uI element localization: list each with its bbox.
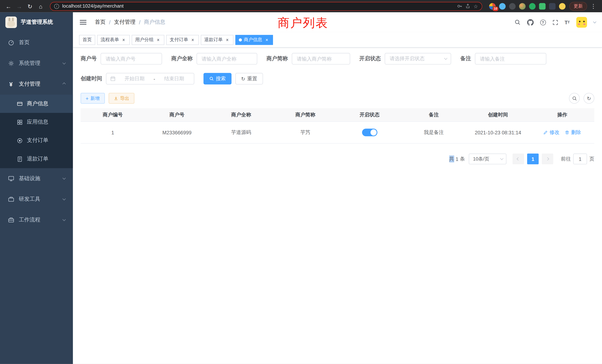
cell-actions: 修改 删除 bbox=[530, 122, 594, 143]
dashboard-icon bbox=[8, 40, 14, 46]
refresh-table-button[interactable]: ↻ bbox=[584, 93, 594, 104]
share-icon[interactable] bbox=[465, 3, 470, 9]
fullscreen-icon[interactable] bbox=[552, 20, 558, 25]
merchant-no-input[interactable] bbox=[101, 53, 162, 64]
back-icon[interactable]: ← bbox=[4, 1, 13, 11]
briefcase-icon bbox=[8, 217, 14, 223]
export-button[interactable]: 导出 bbox=[108, 93, 134, 104]
extension-icon-8[interactable] bbox=[559, 3, 566, 10]
short-name-input[interactable] bbox=[292, 53, 350, 64]
search-button[interactable]: 搜索 bbox=[204, 73, 232, 85]
status-toggle[interactable] bbox=[362, 129, 377, 136]
bookmark-star-icon[interactable]: ☆ bbox=[473, 3, 478, 9]
avatar-caret-icon[interactable] bbox=[593, 21, 596, 23]
yen-icon: ¥ bbox=[8, 81, 14, 87]
font-size-icon[interactable]: TT bbox=[565, 20, 570, 25]
filter-row-1: 商户号 商户全称 商户简称 开启状态 请选择开启状态 bbox=[81, 53, 594, 64]
tab-process-form[interactable]: 流程表单 × bbox=[97, 35, 130, 45]
chevron-down-icon bbox=[63, 197, 66, 200]
trash-icon bbox=[565, 130, 570, 135]
tab-pay-order[interactable]: 支付订单 × bbox=[166, 35, 199, 45]
home-icon[interactable]: ⌂ bbox=[36, 1, 45, 11]
extension-icon-6[interactable] bbox=[539, 3, 546, 10]
extension-icon-7[interactable] bbox=[549, 3, 556, 10]
github-icon[interactable] bbox=[527, 19, 533, 26]
browser-update-button[interactable]: 更新 bbox=[569, 2, 587, 11]
extension-icon-4[interactable] bbox=[519, 3, 526, 10]
edit-pencil-icon bbox=[543, 130, 548, 135]
close-icon[interactable]: × bbox=[155, 37, 161, 43]
page-size-select[interactable]: 10条/页 bbox=[469, 154, 506, 164]
sidebar-item-app-info[interactable]: 应用信息 bbox=[0, 113, 73, 131]
chevron-up-icon bbox=[63, 83, 66, 86]
close-icon[interactable]: × bbox=[190, 37, 195, 43]
target-icon bbox=[17, 138, 23, 143]
sidebar-item-pay-orders[interactable]: 支付订单 bbox=[0, 131, 73, 150]
forward-icon[interactable]: → bbox=[15, 1, 24, 11]
card-icon bbox=[17, 101, 23, 107]
sidebar-item-home[interactable]: 首页 bbox=[0, 32, 73, 53]
cell-merchant-no: M233666999 bbox=[145, 122, 209, 143]
close-icon[interactable]: × bbox=[225, 37, 230, 43]
remark-label: 备注 bbox=[460, 55, 471, 62]
search-icon bbox=[209, 76, 214, 81]
extension-icon-1[interactable]: 10 bbox=[489, 3, 496, 10]
breadcrumb-home[interactable]: 首页 bbox=[95, 19, 106, 26]
sidebar-item-system[interactable]: 系统管理 bbox=[0, 53, 73, 74]
app-logo: 芋道管理系统 bbox=[0, 12, 73, 32]
add-button[interactable]: + 新增 bbox=[81, 93, 105, 104]
sidebar-item-payment[interactable]: ¥ 支付管理 bbox=[0, 74, 73, 95]
date-start-input[interactable]: 开始日期 bbox=[119, 75, 150, 82]
password-key-icon[interactable] bbox=[457, 3, 462, 9]
extension-icon-3[interactable] bbox=[509, 3, 516, 10]
screen: ← → ↻ ⌂ i localhost:1024/pay/merchant ☆ … bbox=[0, 0, 602, 364]
address-bar[interactable]: i localhost:1024/pay/merchant ☆ bbox=[50, 2, 482, 11]
sidebar-item-merchant-info[interactable]: 商户信息 bbox=[0, 95, 73, 113]
show-search-button[interactable] bbox=[569, 93, 580, 104]
user-avatar[interactable] bbox=[576, 17, 587, 28]
goto-page-input[interactable] bbox=[573, 154, 587, 164]
remark-input[interactable] bbox=[475, 53, 546, 64]
close-icon[interactable]: × bbox=[264, 37, 269, 43]
sidebar-item-refund-orders[interactable]: 退款订单 bbox=[0, 150, 73, 168]
tab-user-group[interactable]: 用户分组 × bbox=[132, 35, 164, 45]
breadcrumb-payment[interactable]: 支付管理 bbox=[114, 19, 136, 26]
col-header: 备注 bbox=[402, 108, 466, 121]
reload-icon[interactable]: ↻ bbox=[25, 1, 35, 11]
tab-merchant-info[interactable]: 商户信息 × bbox=[235, 35, 273, 45]
tab-refund-order[interactable]: 退款订单 × bbox=[201, 35, 233, 45]
col-header: 操作 bbox=[530, 108, 594, 121]
refresh-icon: ↻ bbox=[241, 76, 245, 81]
browser-toolbar: ← → ↻ ⌂ i localhost:1024/pay/merchant ☆ … bbox=[0, 0, 602, 12]
prev-page-button[interactable] bbox=[513, 154, 524, 164]
extension-icon-5[interactable] bbox=[529, 3, 536, 10]
date-end-input[interactable]: 结束日期 bbox=[158, 75, 190, 82]
app-title: 芋道管理系统 bbox=[21, 19, 53, 26]
extension-icon-2[interactable] bbox=[499, 3, 506, 10]
delete-link[interactable]: 删除 bbox=[565, 129, 581, 136]
reset-button[interactable]: ↻ 重置 bbox=[235, 73, 263, 85]
cell-full-name: 芋道源码 bbox=[209, 122, 273, 143]
sidebar-collapse-icon[interactable] bbox=[80, 22, 86, 23]
tab-home[interactable]: 首页 bbox=[79, 35, 95, 45]
edit-link[interactable]: 修改 bbox=[543, 129, 559, 136]
pagination: 共 1 条 10条/页 1 前往 页 bbox=[81, 154, 594, 164]
document-icon bbox=[17, 156, 23, 162]
page-1-button[interactable]: 1 bbox=[527, 154, 539, 164]
date-range-picker[interactable]: 开始日期 - 结束日期 bbox=[106, 73, 194, 85]
help-icon[interactable]: ? bbox=[540, 20, 546, 25]
site-info-icon[interactable]: i bbox=[54, 4, 59, 9]
col-header: 商户简称 bbox=[273, 108, 337, 121]
search-icon[interactable] bbox=[514, 19, 520, 25]
sidebar-item-devtools[interactable]: 研发工具 bbox=[0, 189, 73, 210]
sidebar-item-infra[interactable]: 基础设施 bbox=[0, 168, 73, 189]
status-select[interactable]: 请选择开启状态 bbox=[385, 53, 451, 64]
close-icon[interactable]: × bbox=[121, 37, 126, 43]
col-header: 创建时间 bbox=[466, 108, 530, 121]
tags-view-bar: 首页 流程表单 × 用户分组 × 支付订单 × 退款订单 × bbox=[73, 32, 602, 48]
merchant-table: 商户编号 商户号 商户全称 商户简称 开启状态 备注 创建时间 操作 1 M23… bbox=[81, 108, 594, 144]
next-page-button[interactable] bbox=[542, 154, 553, 164]
full-name-input[interactable] bbox=[197, 53, 257, 64]
browser-menu-icon[interactable]: ⋮ bbox=[589, 3, 598, 10]
sidebar-item-workflow[interactable]: 工作流程 bbox=[0, 210, 73, 230]
